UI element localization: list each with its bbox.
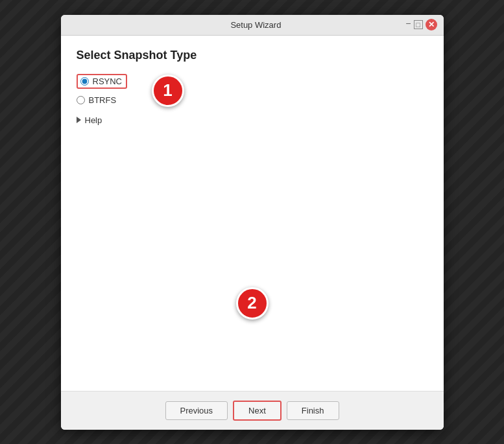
setup-wizard-window: Setup Wizard − □ ✕ Select Snapshot Type … (61, 15, 444, 430)
rsync-radio[interactable] (80, 77, 89, 86)
rsync-option-row: RSYNC (77, 74, 428, 89)
rsync-label: RSYNC (93, 76, 123, 86)
btrfs-option[interactable]: BTRFS (77, 95, 117, 105)
maximize-button[interactable]: □ (414, 20, 423, 29)
page-title: Select Snapshot Type (77, 49, 428, 62)
btrfs-option-row: BTRFS (77, 95, 428, 105)
next-button[interactable]: Next (233, 401, 282, 421)
footer: Previous Next Finish (61, 391, 444, 430)
btrfs-label: BTRFS (89, 95, 117, 105)
finish-button[interactable]: Finish (287, 401, 339, 420)
rsync-selection-box: RSYNC (77, 74, 128, 89)
help-arrow-icon (77, 117, 81, 123)
window-controls: − □ ✕ (405, 19, 437, 30)
help-label: Help (85, 115, 102, 125)
content-area: Select Snapshot Type RSYNC BTRFS Help 1 (61, 36, 444, 391)
minimize-button[interactable]: − (405, 19, 411, 30)
close-button[interactable]: ✕ (426, 19, 437, 30)
titlebar: Setup Wizard − □ ✕ (61, 15, 444, 36)
previous-button[interactable]: Previous (165, 401, 228, 420)
rsync-option[interactable]: RSYNC (77, 74, 128, 89)
window-title: Setup Wizard (106, 20, 406, 30)
annotation-badge-2: 2 (236, 287, 269, 320)
btrfs-radio[interactable] (77, 96, 85, 104)
help-section[interactable]: Help (77, 115, 428, 125)
